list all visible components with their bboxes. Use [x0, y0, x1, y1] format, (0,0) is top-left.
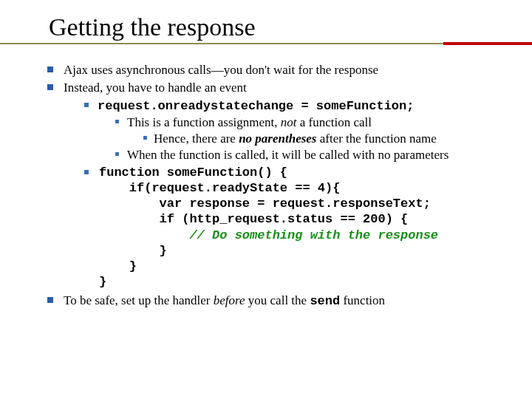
fn-l1: function someFunction() { [99, 166, 287, 180]
note-1a: This is a function assignment, [127, 115, 281, 129]
b3-c: function [340, 293, 385, 307]
bullet-1: Ajax uses asynchronous calls—you don't w… [47, 62, 502, 78]
bullet-icon [47, 66, 53, 72]
title-area: Getting the response [47, 13, 502, 41]
note-2: When the function is called, it will be … [115, 147, 502, 163]
bullet-2-text: Instead, you have to handle an event [64, 81, 247, 95]
note-1-sub-bold: no parentheses [239, 132, 316, 146]
fn-l4: if (http_request.status == 200) { [99, 212, 408, 226]
code-block: function someFunction() { if(request.rea… [99, 165, 502, 290]
bullet-2: Instead, you have to handle an event req… [47, 80, 502, 290]
note-1-sub-a: Hence, there are [154, 132, 239, 146]
note-1-sub-b: after the function name [316, 132, 436, 146]
bullet-icon [84, 170, 89, 174]
code-assign: request.onreadystatechange = someFunctio… [98, 99, 414, 113]
bullet-3: To be safe, set up the handler before yo… [47, 293, 502, 309]
fn-comment: // Do something with the response [99, 228, 438, 242]
note-1-not: not [281, 115, 297, 129]
code-function: function someFunction() { if(request.rea… [84, 165, 502, 290]
note-1: This is a function assignment, not a fun… [115, 115, 502, 147]
slide-title: Getting the response [49, 13, 502, 41]
b3-a: To be safe, set up the handler [64, 293, 214, 307]
code-line-1: request.onreadystatechange = someFunctio… [84, 98, 502, 163]
bullet-1-text: Ajax uses asynchronous calls—you don't w… [64, 63, 378, 77]
bullet-icon [47, 84, 53, 90]
note-1b: a function call [297, 115, 372, 129]
title-underline [0, 43, 532, 46]
bullet-icon [115, 152, 119, 156]
bullet-icon [84, 103, 89, 107]
bullet-list: Ajax uses asynchronous calls—you don't w… [47, 62, 502, 309]
fn-l3: var response = request.responseText; [99, 197, 431, 211]
fn-l6: } [99, 259, 137, 273]
note-2-text: When the function is called, it will be … [127, 148, 449, 162]
b3-send: send [310, 294, 340, 308]
b3-before: before [214, 293, 245, 307]
bullet-icon [115, 120, 119, 123]
fn-l5: } [99, 244, 167, 258]
note-1-sub: Hence, there are no parentheses after th… [143, 131, 502, 146]
fn-l2: if(request.readyState == 4){ [99, 181, 340, 195]
bullet-icon [143, 136, 147, 140]
bullet-icon [47, 297, 53, 303]
fn-l7: } [99, 275, 106, 289]
b3-b: you call the [245, 293, 310, 307]
